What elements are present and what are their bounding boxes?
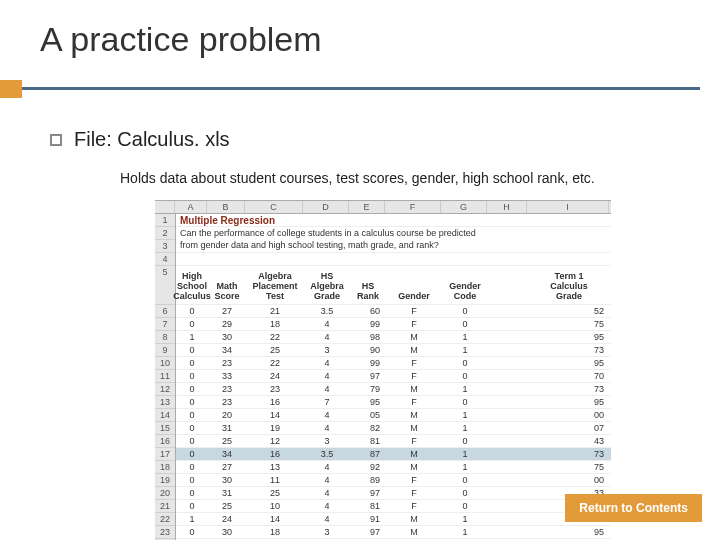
table-row: 027213.560F052 [176, 305, 611, 318]
table-row: 02322499F095 [176, 357, 611, 370]
table-row: 02512381F043 [176, 435, 611, 448]
col-letter: A [175, 201, 207, 213]
return-button[interactable]: Return to Contents [565, 494, 702, 522]
spreadsheet: A B C D E F G H I 1234567891011121314151… [155, 200, 611, 540]
col-letter: D [303, 201, 349, 213]
table-row: 02713492M175 [176, 461, 611, 474]
regression-title: Multiple Regression [176, 214, 611, 227]
table-row: 03119482M107 [176, 422, 611, 435]
table-row: 03324497F070 [176, 370, 611, 383]
cells-area: Multiple Regression Can the performance … [176, 214, 611, 540]
data-header-row: High School Calculus Math Score Algebra … [176, 266, 611, 305]
blank-row [176, 253, 611, 266]
table-row: 034163.587M173 [176, 448, 611, 461]
col-letter: G [441, 201, 487, 213]
table-row: 03018397M195 [176, 526, 611, 539]
divider [22, 87, 700, 90]
col-letter: I [527, 201, 609, 213]
description: Holds data about student courses, test s… [120, 170, 595, 186]
table-row: 02510481F037 [176, 500, 611, 513]
table-row: 02316795F095 [176, 396, 611, 409]
file-bullet: File: Calculus. xls [50, 128, 230, 151]
col-letter: E [349, 201, 385, 213]
col-letter: H [487, 201, 527, 213]
intro-text: Can the performance of college students … [176, 227, 611, 253]
col-letter: F [385, 201, 441, 213]
row-numbers: 123456789101112131415161718192021222324 [155, 214, 176, 540]
table-row: 03125497F033 [176, 487, 611, 500]
table-row: 12414491M173 [176, 513, 611, 526]
accent-bar [0, 80, 22, 98]
col-letter: B [207, 201, 245, 213]
file-label: File: Calculus. xls [74, 128, 230, 151]
column-header-row: A B C D E F G H I [155, 200, 611, 214]
table-row: 02323479M173 [176, 383, 611, 396]
table-row: 13022498M195 [176, 331, 611, 344]
bullet-icon [50, 134, 62, 146]
table-row: 03011489F000 [176, 474, 611, 487]
col-letter: C [245, 201, 303, 213]
slide-title: A practice problem [0, 0, 720, 69]
table-row: 02918499F075 [176, 318, 611, 331]
table-row: 03425390M173 [176, 344, 611, 357]
table-row: 02014405M100 [176, 409, 611, 422]
